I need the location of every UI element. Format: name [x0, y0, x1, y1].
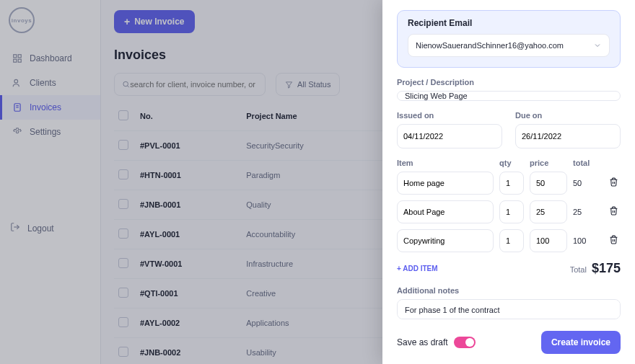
col-item: Item	[397, 159, 494, 167]
recipient-label: Recipient Email	[408, 18, 610, 28]
item-price-input[interactable]	[530, 200, 567, 223]
trash-icon	[609, 206, 618, 216]
item-qty-input[interactable]	[499, 172, 524, 195]
line-item: 100	[397, 229, 621, 252]
draft-label: Save as draft	[397, 337, 448, 347]
line-item: 25	[397, 200, 621, 223]
trash-icon	[609, 235, 618, 244]
item-total: 25	[573, 208, 600, 216]
chevron-down-icon	[593, 41, 602, 50]
item-name-input[interactable]	[397, 172, 494, 195]
recipient-select[interactable]: NienowSauerandSchinner16@yahoo.com	[408, 34, 610, 57]
item-price-input[interactable]	[530, 172, 567, 195]
notes-label: Additional notes	[397, 286, 621, 295]
col-total: total	[573, 159, 600, 167]
due-label: Due on	[515, 111, 621, 120]
item-name-input[interactable]	[397, 200, 494, 223]
project-label: Project / Description	[397, 78, 621, 86]
col-price: price	[530, 159, 567, 167]
project-input[interactable]	[397, 91, 621, 101]
item-name-input[interactable]	[397, 229, 494, 252]
line-item: 50	[397, 172, 621, 195]
item-total: 100	[573, 236, 600, 245]
delete-item-button[interactable]	[606, 177, 621, 190]
trash-icon	[609, 177, 618, 187]
grand-total-label: Total	[570, 265, 587, 274]
grand-total-value: $175	[592, 261, 621, 275]
item-qty-input[interactable]	[499, 229, 524, 252]
add-item-button[interactable]: + ADD ITEM	[397, 265, 438, 272]
col-qty: qty	[499, 159, 524, 167]
delete-item-button[interactable]	[606, 234, 621, 247]
item-total: 50	[573, 179, 600, 187]
delete-item-button[interactable]	[606, 205, 621, 218]
recipient-value: NienowSauerandSchinner16@yahoo.com	[416, 41, 564, 50]
issued-date-input[interactable]	[397, 124, 502, 148]
notes-input[interactable]	[397, 299, 621, 319]
new-invoice-panel: Recipient Email NienowSauerandSchinner16…	[382, 0, 635, 364]
item-qty-input[interactable]	[499, 200, 524, 223]
due-date-input[interactable]	[515, 124, 621, 148]
draft-toggle[interactable]	[454, 337, 476, 348]
create-invoice-button[interactable]: Create invoice	[541, 331, 621, 354]
item-price-input[interactable]	[530, 229, 567, 252]
issued-label: Issued on	[397, 111, 502, 120]
